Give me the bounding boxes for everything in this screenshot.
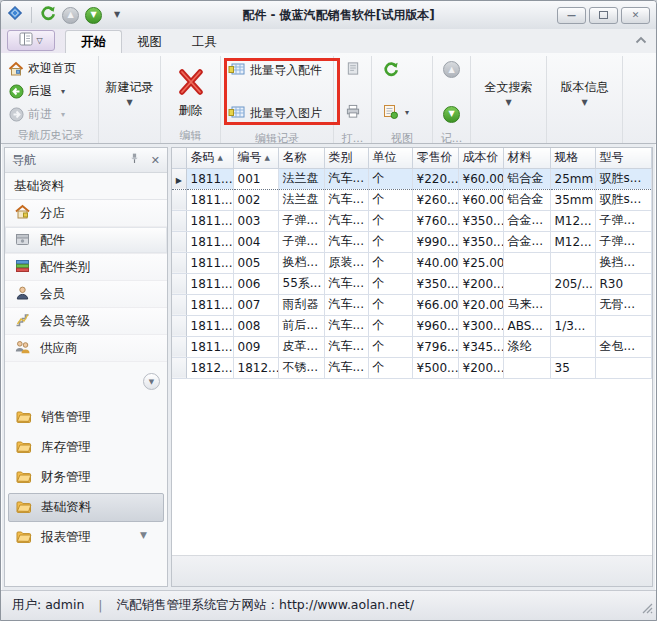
table-cell[interactable]: 002 [233, 189, 278, 210]
table-cell[interactable]: 子弹... [595, 231, 652, 252]
table-cell[interactable]: 汽车... [324, 336, 368, 357]
table-cell[interactable]: 1811... [186, 210, 233, 231]
table-cell[interactable] [550, 336, 595, 357]
table-cell[interactable]: ¥260... [412, 189, 458, 210]
sidebar-item-5[interactable]: 供应商 [5, 335, 167, 362]
maximize-button[interactable] [589, 7, 618, 24]
table-cell[interactable]: 个 [368, 210, 412, 231]
row-selector[interactable] [172, 357, 186, 378]
table-cell[interactable]: 合金... [503, 231, 550, 252]
sidebar-folder-0[interactable]: 销售管理 [8, 403, 164, 432]
table-cell[interactable]: 205/... [550, 273, 595, 294]
table-cell[interactable]: ¥345... [458, 336, 503, 357]
table-cell[interactable]: 全包... [595, 336, 652, 357]
row-selector[interactable]: ▶ [172, 168, 186, 189]
view-switch-button[interactable]: ▾ [383, 104, 409, 123]
table-cell[interactable] [503, 273, 550, 294]
table-cell[interactable]: 合金... [503, 210, 550, 231]
column-header-9[interactable]: 型号 [595, 148, 652, 168]
sidebar-item-4[interactable]: 会员等级 [5, 308, 167, 335]
back-button[interactable]: 后退 ▾ [6, 82, 95, 101]
table-cell[interactable]: 雨刮器 [278, 294, 324, 315]
table-cell[interactable] [595, 357, 652, 378]
column-header-2[interactable]: 名称 [278, 148, 324, 168]
table-cell[interactable]: 涤纶 [503, 336, 550, 357]
table-cell[interactable]: 不锈... [278, 357, 324, 378]
table-cell[interactable]: 1812... [233, 357, 278, 378]
table-row[interactable]: 1811...009皮革...汽车...个¥796...¥345...涤纶全包.… [172, 336, 652, 357]
record-down-icon[interactable]: ▼ [443, 106, 460, 123]
application-menu-button[interactable]: ▽ [7, 30, 55, 51]
table-cell[interactable]: 1/3... [550, 315, 595, 336]
table-cell[interactable]: ¥796... [412, 336, 458, 357]
tab-view[interactable]: 视图 [122, 31, 177, 53]
table-cell[interactable]: 004 [233, 231, 278, 252]
sidebar-folder-1[interactable]: 库存管理 [8, 433, 164, 462]
table-cell[interactable]: ¥350... [412, 273, 458, 294]
table-cell[interactable]: 001 [233, 168, 278, 189]
sidebar-item-0[interactable]: 分店 [5, 200, 167, 227]
table-cell[interactable]: ¥25.00 [458, 252, 503, 273]
table-cell[interactable]: 1811... [186, 273, 233, 294]
batch-import-parts-button[interactable]: 批量导入配件 [228, 61, 322, 80]
table-cell[interactable]: 003 [233, 210, 278, 231]
table-cell[interactable]: 铝合金 [503, 189, 550, 210]
table-cell[interactable] [595, 315, 652, 336]
table-cell[interactable]: 1812... [186, 357, 233, 378]
table-cell[interactable]: 原装... [324, 252, 368, 273]
table-cell[interactable]: 驭胜s... [595, 189, 652, 210]
row-selector[interactable] [172, 336, 186, 357]
table-cell[interactable]: M12... [550, 210, 595, 231]
table-cell[interactable]: ¥300... [458, 315, 503, 336]
sidebar-item-3[interactable]: 会员 [5, 281, 167, 308]
table-cell[interactable]: 汽车... [324, 189, 368, 210]
table-cell[interactable]: 个 [368, 336, 412, 357]
table-cell[interactable]: 1811... [186, 294, 233, 315]
refresh-icon[interactable] [383, 61, 399, 81]
table-row[interactable]: 1811...005换档...原装...个¥40.00¥25.00换挡... [172, 252, 652, 273]
table-cell[interactable]: 个 [368, 315, 412, 336]
table-cell[interactable]: 个 [368, 273, 412, 294]
print-preview-icon[interactable] [345, 61, 361, 80]
column-header-4[interactable]: 单位 [368, 148, 412, 168]
table-cell[interactable]: ABS... [503, 315, 550, 336]
close-button[interactable]: ✕ [621, 7, 650, 24]
table-cell[interactable]: 1811... [186, 168, 233, 189]
table-row[interactable]: 1811...004子弹...汽车...个¥990...¥350...合金...… [172, 231, 652, 252]
table-row[interactable]: 1811...003子弹...汽车...个¥760...¥350...合金...… [172, 210, 652, 231]
resize-grip-icon[interactable] [641, 602, 653, 617]
table-cell[interactable]: 个 [368, 252, 412, 273]
table-cell[interactable]: 个 [368, 231, 412, 252]
table-cell[interactable]: ¥200... [458, 357, 503, 378]
table-cell[interactable] [503, 252, 550, 273]
table-cell[interactable]: 1811... [186, 189, 233, 210]
table-cell[interactable]: 无骨... [595, 294, 652, 315]
table-cell[interactable] [550, 294, 595, 315]
table-cell[interactable]: ¥960... [412, 315, 458, 336]
table-row[interactable]: 1811...007雨刮器汽车...个¥66.00¥20.00马来...无骨..… [172, 294, 652, 315]
table-cell[interactable]: ¥20.00 [458, 294, 503, 315]
table-cell[interactable]: 子弹... [595, 210, 652, 231]
row-selector[interactable] [172, 273, 186, 294]
table-row[interactable]: 1811...002法兰盘汽车...个¥260...¥60.00铝合金35mm驭… [172, 189, 652, 210]
welcome-home-button[interactable]: 欢迎首页 [6, 59, 95, 78]
table-cell[interactable]: 子弹... [278, 231, 324, 252]
forward-button[interactable]: 前进 ▾ [6, 105, 95, 124]
table-cell[interactable]: 汽车... [324, 315, 368, 336]
sidebar-folder-3[interactable]: 基础资料 [8, 493, 164, 522]
nav-down-circle-icon[interactable]: ▼ [85, 7, 102, 24]
refresh-icon[interactable] [40, 5, 56, 25]
new-record-button[interactable]: 新建记录 ▼ [102, 57, 157, 128]
column-header-8[interactable]: 规格 [550, 148, 595, 168]
table-cell[interactable]: 换挡... [595, 252, 652, 273]
record-up-icon[interactable]: ▲ [443, 61, 460, 78]
tab-tools[interactable]: 工具 [177, 31, 232, 53]
table-cell[interactable]: 换档... [278, 252, 324, 273]
table-cell[interactable]: ¥60.00 [458, 189, 503, 210]
chevron-up-icon[interactable] [635, 29, 647, 48]
table-cell[interactable]: 汽车... [324, 273, 368, 294]
table-row[interactable]: 1812...1812...不锈...汽车...个¥500...¥200...3… [172, 357, 652, 378]
column-header-0[interactable]: 条码▲ [186, 148, 233, 168]
sidebar-overflow-arrow-icon[interactable]: ▼ [140, 530, 147, 540]
column-header-7[interactable]: 材料 [503, 148, 550, 168]
